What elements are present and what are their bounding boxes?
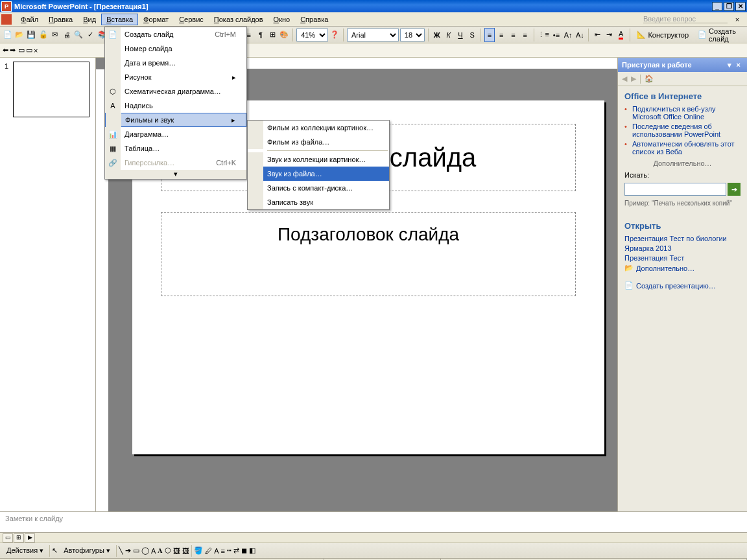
increase-font-icon[interactable]: A↑ [563, 28, 573, 42]
dash-style-icon[interactable]: ┅ [227, 546, 231, 555]
insert-menu-item[interactable]: Фильмы и звук▸ [105, 113, 246, 127]
email-icon[interactable]: ✉ [50, 28, 60, 42]
font-color-icon[interactable]: A [615, 28, 626, 42]
menu-показ слайдов[interactable]: Показ слайдов [209, 14, 268, 25]
font-size-combo[interactable]: 18 [400, 29, 425, 41]
textbox-icon[interactable]: A [151, 547, 156, 555]
menu-сервис[interactable]: Сервис [174, 14, 209, 25]
wordart-icon[interactable]: 𝐀 [158, 546, 163, 555]
3d-style-icon[interactable]: ◧ [249, 546, 255, 555]
autoshapes-menu[interactable]: Автофигуры ▾ [60, 546, 114, 555]
taskpane-dropdown-icon[interactable]: ▾ [725, 61, 734, 69]
clipart-icon[interactable]: 🖼 [173, 547, 180, 555]
create-presentation[interactable]: 📄Создать презентацию… [624, 281, 741, 290]
font-name-combo[interactable]: Arial [347, 29, 399, 41]
line-icon[interactable]: ╲ [119, 546, 123, 555]
font-color-draw-icon[interactable]: A [214, 547, 219, 555]
menu-expand-icon[interactable]: ▾ [105, 170, 246, 179]
distributed-icon[interactable]: ≡ [520, 28, 530, 42]
underline-icon[interactable]: Ч [455, 28, 466, 42]
close-pane-icon[interactable]: × [34, 47, 38, 54]
insert-menu-item[interactable]: 📊Диаграмма… [105, 127, 246, 141]
tp-link-autoupdate[interactable]: Автоматически обновлять этот список из В… [632, 140, 741, 156]
search-go-icon[interactable]: ➔ [728, 183, 741, 196]
color-icon[interactable]: 🎨 [279, 28, 289, 42]
numbering-icon[interactable]: ⋮≡ [537, 28, 549, 42]
slideshow-view-icon[interactable]: ▶ [25, 533, 35, 542]
nav-back-icon[interactable]: ◀ [622, 75, 627, 83]
rectangle-icon[interactable]: ▭ [133, 546, 139, 555]
nav-home-icon[interactable]: 🏠 [645, 75, 654, 83]
open-more[interactable]: 📂Дополнительно… [624, 264, 741, 272]
decrease-font-icon[interactable]: A↓ [575, 28, 585, 42]
align-left-icon[interactable]: ≡ [484, 28, 495, 42]
new-slide-button[interactable]: 📄 Создать слайд [694, 28, 744, 42]
open-icon[interactable]: 📂 [14, 28, 25, 42]
minimize-button[interactable]: _ [712, 2, 722, 11]
diagram-icon[interactable]: ⬡ [165, 546, 171, 555]
decrease-indent-icon[interactable]: ⇤ [592, 28, 602, 42]
restore-button[interactable]: ❐ [724, 2, 734, 11]
slides-tab-icon[interactable]: ▭ [26, 46, 32, 54]
tp-more-link[interactable]: Дополнительно… [624, 159, 741, 167]
outline-arrow-left-icon[interactable]: ⬅ [3, 46, 8, 54]
line-style-icon[interactable]: ≡ [221, 547, 225, 555]
print-icon[interactable]: 🖨 [62, 28, 72, 42]
italic-icon[interactable]: К [444, 28, 454, 42]
menubar-close-icon[interactable]: × [733, 16, 742, 23]
recent-file-1[interactable]: Ярмарка 2013 [624, 244, 741, 252]
menu-правка[interactable]: Правка [43, 14, 78, 25]
bullets-icon[interactable]: •≡ [551, 28, 562, 42]
menu-справка[interactable]: Справка [295, 14, 333, 25]
outline-arrow-right-icon[interactable]: ➡ [10, 46, 16, 54]
tp-link-news[interactable]: Последние сведения об использовании Powe… [632, 122, 741, 138]
show-formatting-icon[interactable]: ¶ [255, 28, 266, 42]
movies-menu-item[interactable]: Запись с компакт-диска… [248, 181, 389, 195]
nav-fwd-icon[interactable]: ▶ [631, 75, 636, 83]
fill-color-icon[interactable]: 🪣 [194, 546, 203, 555]
align-right-icon[interactable]: ≡ [508, 28, 518, 42]
sorter-view-icon[interactable]: ⊞ [14, 533, 24, 542]
subtitle-placeholder[interactable]: Подзаголовок слайда [161, 212, 576, 296]
outline-tab-icon[interactable]: ▭ [18, 46, 25, 54]
insert-menu-item[interactable]: Дата и время… [105, 56, 246, 70]
normal-view-icon[interactable]: ▭ [3, 533, 13, 542]
preview-icon[interactable]: 🔍 [73, 28, 84, 42]
picture-icon[interactable]: 🖼 [182, 547, 189, 555]
movies-menu-item[interactable]: Записать звук [248, 195, 389, 209]
movies-menu-item[interactable]: Фильм из файла… [248, 135, 389, 149]
slide-thumbnail-1[interactable]: 1 [13, 62, 89, 117]
close-button[interactable]: ✕ [735, 2, 746, 11]
save-icon[interactable]: 💾 [26, 28, 36, 42]
menu-окно[interactable]: Окно [268, 14, 296, 25]
notes-pane[interactable]: Заметки к слайду [0, 511, 747, 532]
spellcheck-icon[interactable]: ✓ [85, 28, 95, 42]
oval-icon[interactable]: ◯ [141, 546, 149, 555]
grid-icon[interactable]: ⊞ [267, 28, 278, 42]
select-objects-icon[interactable]: ↖ [52, 546, 58, 555]
insert-menu-item[interactable]: 📄Создать слайдCtrl+M [105, 27, 246, 41]
bold-icon[interactable]: Ж [432, 28, 442, 42]
shadow-style-icon[interactable]: ◼ [241, 546, 247, 555]
insert-menu-item[interactable]: Номер слайда [105, 41, 246, 56]
menu-вставка[interactable]: Вставка [101, 14, 138, 25]
actions-menu[interactable]: Действия ▾ [3, 546, 47, 555]
movies-menu-item[interactable]: Звук из файла… [248, 167, 389, 181]
menu-файл[interactable]: Файл [16, 14, 43, 25]
movies-menu-item[interactable]: Фильм из коллекции картинок… [248, 121, 389, 135]
insert-menu-item[interactable]: AНадпись [105, 99, 246, 113]
taskpane-close-icon[interactable]: × [734, 61, 743, 69]
help-icon[interactable]: ❓ [329, 28, 340, 42]
recent-file-0[interactable]: Презентация Тест по биологии [624, 235, 741, 242]
arrow-style-icon[interactable]: ⇄ [233, 546, 239, 555]
insert-menu-item[interactable]: ▦Таблица… [105, 141, 246, 156]
new-doc-icon[interactable]: 📄 [3, 28, 13, 42]
designer-button[interactable]: 📐 Конструктор [633, 28, 693, 42]
ask-question-box[interactable]: Введите вопрос [643, 15, 728, 23]
search-input[interactable] [624, 183, 726, 196]
permissions-icon[interactable]: 🔓 [38, 28, 49, 42]
arrow-icon[interactable]: ➔ [125, 546, 131, 555]
insert-menu-item[interactable]: Рисунок▸ [105, 70, 246, 84]
shadow-icon[interactable]: S [467, 28, 477, 42]
menu-формат[interactable]: Формат [138, 14, 174, 25]
